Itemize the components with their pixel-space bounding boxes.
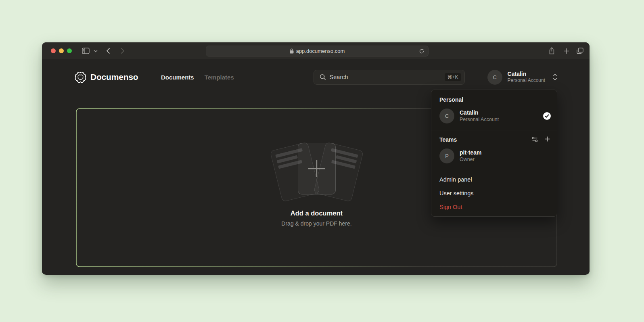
menu-divider [431, 130, 557, 130]
dropzone-title: Add a document [291, 209, 343, 217]
share-icon[interactable] [547, 46, 556, 55]
create-team-icon[interactable] [544, 136, 550, 143]
minimize-window-button[interactable] [59, 48, 64, 53]
nav-documents[interactable]: Documents [161, 74, 194, 81]
team-name: pit-team [460, 149, 481, 156]
menu-item-sign-out[interactable]: Sign Out [431, 200, 557, 214]
personal-subtitle: Personal Account [460, 116, 499, 123]
menu-item-admin-panel[interactable]: Admin panel [431, 173, 557, 186]
desktop: app.documenso.com [0, 0, 644, 322]
back-button[interactable] [103, 46, 113, 55]
dropzone-subtitle: Drag & drop your PDF here. [281, 220, 351, 227]
menu-item-user-settings[interactable]: User settings [431, 186, 557, 200]
new-tab-icon[interactable] [561, 46, 571, 55]
search-icon [320, 74, 326, 80]
lock-icon [290, 48, 294, 54]
selected-check-icon [543, 112, 551, 120]
team-role: Owner [460, 156, 481, 163]
team-avatar: P [439, 148, 454, 163]
team-item-pit-team[interactable]: P pit-team Owner [431, 145, 557, 167]
teams-section-header: Teams [431, 133, 557, 145]
main-nav: Documents Templates [161, 74, 234, 81]
browser-titlebar: app.documenso.com [42, 42, 590, 59]
account-avatar: C [487, 70, 502, 85]
personal-avatar: C [439, 109, 454, 123]
documenso-app: Documenso Documents Templates Search ⌘+K [42, 59, 590, 274]
account-name: Catalin [508, 71, 545, 78]
sidebar-toggle-icon[interactable] [81, 46, 90, 55]
document-stack-illustration [270, 142, 364, 202]
account-dropdown-menu: Personal C Catalin Personal Account [431, 90, 557, 217]
reload-icon[interactable] [419, 48, 424, 54]
brand-title: Documenso [90, 72, 138, 82]
account-menu-button[interactable]: C Catalin Personal Account [487, 70, 557, 85]
personal-name: Catalin [460, 109, 499, 116]
search-placeholder: Search [330, 74, 445, 80]
browser-window: app.documenso.com [42, 42, 590, 275]
zoom-window-button[interactable] [67, 48, 72, 53]
teams-heading: Teams [439, 136, 457, 143]
sidebar-chevron-down-icon[interactable] [93, 46, 98, 55]
url-text: app.documenso.com [296, 48, 345, 54]
document-card-center [298, 143, 336, 194]
brand[interactable]: Documenso [75, 72, 144, 83]
search-shortcut-badge: ⌘+K [445, 73, 461, 81]
personal-account-item[interactable]: C Catalin Personal Account [431, 105, 557, 128]
account-type: Personal Account [508, 77, 545, 84]
plus-icon [306, 158, 327, 179]
tab-overview-icon[interactable] [575, 46, 585, 55]
forward-button[interactable] [118, 46, 128, 55]
close-window-button[interactable] [51, 48, 56, 53]
manage-teams-icon[interactable] [531, 136, 538, 143]
menu-divider [431, 170, 557, 170]
nav-templates[interactable]: Templates [205, 74, 234, 81]
documenso-logo-icon [75, 72, 86, 83]
chevrons-up-down-icon [553, 73, 557, 81]
address-bar[interactable]: app.documenso.com [206, 46, 429, 56]
personal-section-heading: Personal [431, 92, 557, 105]
search-input[interactable]: Search ⌘+K [314, 70, 465, 85]
